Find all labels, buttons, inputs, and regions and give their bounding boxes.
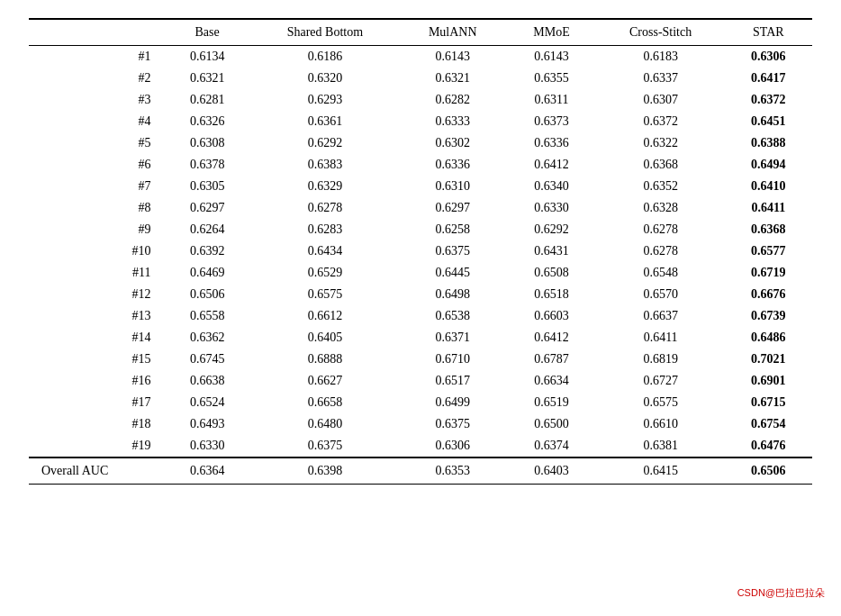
row-label: #18 (29, 413, 164, 435)
row-sb: 0.6888 (251, 349, 399, 370)
row-mul: 0.6306 (399, 435, 506, 457)
row-label: #15 (29, 349, 164, 370)
header-row: Base Shared Bottom MulANN MMoE Cross-Sti… (29, 19, 812, 46)
page-container: Base Shared Bottom MulANN MMoE Cross-Sti… (0, 0, 841, 616)
table-row: #17 0.6524 0.6658 0.6499 0.6519 0.6575 0… (29, 392, 812, 413)
row-sb: 0.6283 (251, 219, 399, 240)
row-base: 0.6469 (164, 262, 251, 284)
row-sb: 0.6480 (251, 413, 399, 435)
row-base: 0.6378 (164, 154, 251, 176)
row-base: 0.6362 (164, 327, 251, 349)
row-base: 0.6330 (164, 435, 251, 457)
row-mmoe: 0.6412 (506, 154, 596, 176)
row-mmoe: 0.6603 (506, 305, 596, 327)
row-base: 0.6493 (164, 413, 251, 435)
row-sb: 0.6293 (251, 89, 399, 111)
row-star: 0.6417 (725, 68, 812, 89)
row-mmoe: 0.6373 (506, 111, 596, 132)
table-row: #13 0.6558 0.6612 0.6538 0.6603 0.6637 0… (29, 305, 812, 327)
row-sb: 0.6292 (251, 132, 399, 154)
row-mul: 0.6375 (399, 240, 506, 262)
footer-mul: 0.6353 (399, 457, 506, 485)
row-mul: 0.6499 (399, 392, 506, 413)
row-mmoe: 0.6500 (506, 413, 596, 435)
row-cs: 0.6368 (597, 154, 725, 176)
row-sb: 0.6383 (251, 154, 399, 176)
row-mul: 0.6498 (399, 284, 506, 305)
footer-row: Overall AUC 0.6364 0.6398 0.6353 0.6403 … (29, 457, 812, 485)
table-row: #12 0.6506 0.6575 0.6498 0.6518 0.6570 0… (29, 284, 812, 305)
row-star: 0.6486 (725, 327, 812, 349)
row-star: 0.6715 (725, 392, 812, 413)
row-mul: 0.6336 (399, 154, 506, 176)
row-label: #16 (29, 370, 164, 392)
row-mul: 0.6258 (399, 219, 506, 240)
row-mmoe: 0.6508 (506, 262, 596, 284)
row-cs: 0.6819 (597, 349, 725, 370)
row-sb: 0.6320 (251, 68, 399, 89)
row-label: #17 (29, 392, 164, 413)
table-row: #10 0.6392 0.6434 0.6375 0.6431 0.6278 0… (29, 240, 812, 262)
footer-mmoe: 0.6403 (506, 457, 596, 485)
row-mmoe: 0.6143 (506, 46, 596, 68)
row-cs: 0.6278 (597, 240, 725, 262)
row-label: #13 (29, 305, 164, 327)
watermark: CSDN@巴拉巴拉朵 (737, 586, 825, 600)
row-mul: 0.6371 (399, 327, 506, 349)
table-row: #16 0.6638 0.6627 0.6517 0.6634 0.6727 0… (29, 370, 812, 392)
row-star: 0.6368 (725, 219, 812, 240)
footer-sb: 0.6398 (251, 457, 399, 485)
table-row: #3 0.6281 0.6293 0.6282 0.6311 0.6307 0.… (29, 89, 812, 111)
row-base: 0.6308 (164, 132, 251, 154)
row-label: #19 (29, 435, 164, 457)
row-mmoe: 0.6634 (506, 370, 596, 392)
row-sb: 0.6361 (251, 111, 399, 132)
row-label: #11 (29, 262, 164, 284)
row-star: 0.6476 (725, 435, 812, 457)
row-label: #6 (29, 154, 164, 176)
row-star: 0.6901 (725, 370, 812, 392)
table-row: #18 0.6493 0.6480 0.6375 0.6500 0.6610 0… (29, 413, 812, 435)
row-mul: 0.6710 (399, 349, 506, 370)
row-cs: 0.6372 (597, 111, 725, 132)
row-cs: 0.6322 (597, 132, 725, 154)
results-table: Base Shared Bottom MulANN MMoE Cross-Sti… (29, 18, 812, 485)
row-star: 0.6372 (725, 89, 812, 111)
row-cs: 0.6727 (597, 370, 725, 392)
row-mul: 0.6375 (399, 413, 506, 435)
row-cs: 0.6575 (597, 392, 725, 413)
row-mmoe: 0.6292 (506, 219, 596, 240)
table-row: #15 0.6745 0.6888 0.6710 0.6787 0.6819 0… (29, 349, 812, 370)
row-mul: 0.6297 (399, 197, 506, 219)
row-mmoe: 0.6340 (506, 176, 596, 197)
row-star: 0.7021 (725, 349, 812, 370)
footer-base: 0.6364 (164, 457, 251, 485)
row-cs: 0.6548 (597, 262, 725, 284)
table-row: #14 0.6362 0.6405 0.6371 0.6412 0.6411 0… (29, 327, 812, 349)
row-label: #9 (29, 219, 164, 240)
row-cs: 0.6183 (597, 46, 725, 68)
row-cs: 0.6328 (597, 197, 725, 219)
row-sb: 0.6627 (251, 370, 399, 392)
row-sb: 0.6575 (251, 284, 399, 305)
footer-cs: 0.6415 (597, 457, 725, 485)
col-header-mmoe: MMoE (506, 19, 596, 46)
row-mmoe: 0.6518 (506, 284, 596, 305)
row-base: 0.6392 (164, 240, 251, 262)
row-mmoe: 0.6519 (506, 392, 596, 413)
row-mmoe: 0.6374 (506, 435, 596, 457)
row-star: 0.6451 (725, 111, 812, 132)
row-sb: 0.6612 (251, 305, 399, 327)
row-mul: 0.6538 (399, 305, 506, 327)
row-mul: 0.6517 (399, 370, 506, 392)
row-base: 0.6638 (164, 370, 251, 392)
row-label: #7 (29, 176, 164, 197)
row-base: 0.6134 (164, 46, 251, 68)
row-mmoe: 0.6787 (506, 349, 596, 370)
table-row: #8 0.6297 0.6278 0.6297 0.6330 0.6328 0.… (29, 197, 812, 219)
row-mul: 0.6333 (399, 111, 506, 132)
row-star: 0.6411 (725, 197, 812, 219)
row-base: 0.6326 (164, 111, 251, 132)
row-cs: 0.6570 (597, 284, 725, 305)
col-header-star: STAR (725, 19, 812, 46)
